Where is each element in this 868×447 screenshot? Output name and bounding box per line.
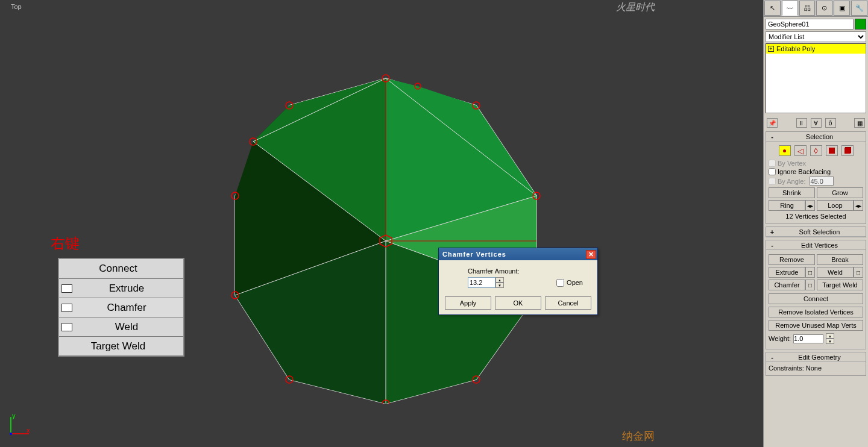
quad-item-connect[interactable]: Connect (59, 259, 183, 278)
shrink-button[interactable]: Shrink (769, 187, 815, 198)
object-color-swatch[interactable] (855, 19, 866, 30)
quad-label: Extrude (76, 283, 183, 295)
configure-sets-icon[interactable]: ▦ (854, 118, 865, 128)
chamfer-amount-input[interactable] (468, 277, 495, 288)
apply-button[interactable]: Apply (445, 296, 491, 310)
settings-box-icon[interactable] (61, 323, 72, 331)
spinner-down-icon[interactable]: ▼ (826, 339, 834, 344)
chamfer-dialog[interactable]: Chamfer Vertices ✕ Chamfer Amount: ▲ ▼ O… (438, 248, 598, 315)
svg-point-34 (10, 433, 12, 435)
dialog-titlebar[interactable]: Chamfer Vertices ✕ (439, 248, 597, 260)
grow-button[interactable]: Grow (817, 187, 863, 198)
modifier-stack[interactable]: + Editable Poly (766, 43, 866, 113)
quad-menu[interactable]: Connect Extrude Chamfer Weld Target Weld (58, 258, 184, 357)
rollout-softselection-header[interactable]: + Soft Selection (766, 227, 866, 237)
geosphere-preview (217, 66, 555, 404)
panel-tabs[interactable]: ↖ 〰 品 ⊙ ▣ 🔧 (764, 0, 868, 17)
remove-isolated-button[interactable]: Remove Isolated Vertices (769, 307, 863, 317)
spinner-up-icon[interactable]: ▲ (495, 277, 504, 283)
make-unique-icon[interactable]: ∀ (811, 118, 822, 128)
open-label: Open (567, 279, 583, 286)
close-icon[interactable]: ✕ (586, 250, 596, 259)
quad-label: Weld (76, 321, 183, 333)
viewport-label: Top (11, 3, 22, 10)
open-checkbox[interactable] (556, 279, 564, 287)
weight-label: Weight: (769, 335, 791, 342)
tab-motion[interactable]: ⊙ (816, 1, 832, 16)
settings-box-icon[interactable] (61, 284, 72, 293)
subobj-vertex[interactable] (779, 145, 791, 156)
by-angle-checkbox (769, 178, 776, 185)
loop-button[interactable]: Loop (817, 200, 854, 211)
extrude-settings-icon[interactable]: □ (805, 267, 815, 278)
svg-text:y: y (12, 412, 16, 419)
weld-settings-icon[interactable]: □ (854, 267, 863, 278)
rollout-selection-header[interactable]: - Selection (766, 132, 866, 142)
weld-button[interactable]: Weld (817, 267, 854, 278)
by-vertex-checkbox (769, 160, 776, 167)
rollout-title: Edit Vertices (776, 242, 863, 249)
svg-text:x: x (27, 427, 30, 434)
chamfer-amount-label: Chamfer Amount: (468, 267, 591, 275)
tab-display[interactable]: ▣ (834, 1, 850, 16)
show-end-result-icon[interactable]: Ⅱ (796, 118, 807, 128)
command-panel[interactable]: ↖ 〰 品 ⊙ ▣ 🔧 Modifier List + Editable Pol… (763, 0, 868, 447)
dialog-title-text: Chamfer Vertices (442, 251, 506, 258)
subobj-border[interactable]: ◊ (810, 145, 822, 156)
weight-input[interactable] (793, 334, 823, 343)
ring-button[interactable]: Ring (769, 200, 805, 211)
cancel-button[interactable]: Cancel (545, 296, 591, 310)
by-vertex-label: By Vertex (778, 160, 806, 167)
break-button[interactable]: Break (817, 254, 863, 265)
extrude-button[interactable]: Extrude (769, 267, 805, 278)
subobj-polygon[interactable] (826, 145, 838, 156)
quad-item-weld[interactable]: Weld (59, 317, 183, 336)
by-angle-label: By Angle: (778, 178, 805, 185)
collapse-icon: - (769, 133, 776, 140)
tab-modify[interactable]: 〰 (782, 1, 798, 16)
tab-hierarchy[interactable]: 品 (799, 1, 816, 16)
ring-spinner-icon[interactable]: ◂▸ (805, 200, 815, 211)
connect-button[interactable]: Connect (769, 293, 863, 304)
collapse-icon: - (769, 242, 776, 249)
spinner-down-icon[interactable]: ▼ (495, 283, 504, 288)
pin-stack-icon[interactable]: 📌 (767, 118, 778, 128)
quad-label: Chamfer (76, 302, 183, 314)
collapse-icon: - (769, 354, 776, 361)
viewport[interactable]: Top y x 右键 (0, 0, 763, 447)
watermark: 纳金网 (622, 429, 655, 443)
remove-modifier-icon[interactable]: ð (825, 118, 836, 128)
tab-utilities[interactable]: 🔧 (851, 1, 867, 16)
remove-button[interactable]: Remove (769, 254, 815, 265)
by-angle-input (810, 177, 834, 186)
subobj-edge[interactable]: ◁ (794, 145, 807, 156)
modifier-list-dropdown[interactable]: Modifier List (766, 31, 866, 42)
loop-spinner-icon[interactable]: ◂▸ (854, 200, 863, 211)
modstack-item-editablepoly[interactable]: + Editable Poly (766, 44, 866, 54)
rollout-editvertices-header[interactable]: - Edit Vertices (766, 240, 866, 250)
chamfer-settings-icon[interactable]: □ (805, 280, 815, 290)
quad-label: Target Weld (59, 340, 183, 352)
quad-item-chamfer[interactable]: Chamfer (59, 298, 183, 317)
rollout-editgeometry-header[interactable]: - Edit Geometry (766, 352, 866, 362)
constraints-label: Constraints: None (769, 364, 863, 372)
watermark: 火星时代 (616, 1, 655, 14)
modstack-label: Editable Poly (776, 45, 815, 52)
object-name-input[interactable] (766, 19, 854, 30)
targetweld-button[interactable]: Target Weld (817, 280, 863, 290)
annotation-text: 右键 (51, 234, 80, 253)
ignore-backfacing-label: Ignore Backfacing (778, 168, 831, 175)
subobj-element[interactable] (841, 145, 854, 156)
rollout-title: Selection (776, 133, 863, 140)
tab-create[interactable]: ↖ (764, 1, 781, 16)
quad-item-extrude[interactable]: Extrude (59, 278, 183, 298)
chamfer-button[interactable]: Chamfer (769, 280, 805, 290)
spinner-up-icon[interactable]: ▲ (826, 333, 834, 339)
ok-button[interactable]: OK (495, 296, 541, 310)
settings-box-icon[interactable] (61, 304, 72, 312)
ignore-backfacing-checkbox[interactable] (769, 168, 776, 175)
expand-icon: + (769, 228, 776, 236)
expand-icon[interactable]: + (768, 46, 774, 52)
quad-item-targetweld[interactable]: Target Weld (59, 336, 183, 355)
remove-unused-button[interactable]: Remove Unused Map Verts (769, 320, 863, 331)
